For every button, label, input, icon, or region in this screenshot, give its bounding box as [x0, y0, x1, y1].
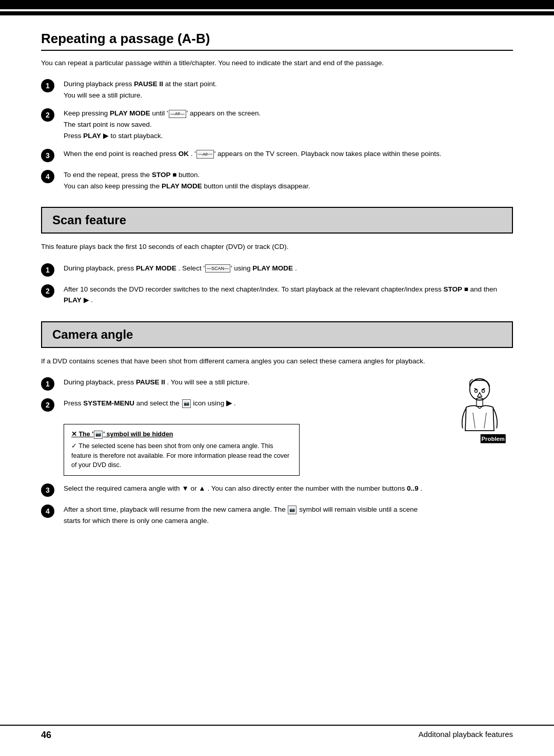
repeating-step-3: 3 When the end point is reached press OK… [41, 148, 513, 162]
black-rule [0, 11, 554, 15]
stop-icon-1 [172, 171, 176, 179]
camera-step-2: 2 Press SYSTEM-MENU and select the 📷 ico… [41, 398, 436, 412]
camera-step-1: 1 During playback, press PAUSE II . You … [41, 377, 436, 391]
svg-point-3 [474, 390, 477, 392]
camera-section: Camera angle If a DVD contains scenes th… [41, 321, 513, 538]
step-text-1: During playback press PAUSE II at the st… [64, 79, 513, 101]
footer: 46 Additonal playback features [0, 725, 554, 741]
scan-step-2: 2 After 10 seconds the DVD recorder swit… [41, 284, 513, 306]
camera-step-3: 3 Select the required camera angle with … [41, 483, 436, 497]
repeating-title: Repeating a passage (A-B) [41, 31, 513, 51]
repeating-section: Repeating a passage (A-B) You can repeat… [41, 31, 513, 191]
repeating-step-1: 1 During playback press PAUSE II at the … [41, 79, 513, 101]
camera-step-text-1: During playback, press PAUSE II . You wi… [64, 377, 436, 388]
camera-steps-list: 1 During playback, press PAUSE II . You … [41, 377, 436, 412]
svg-text:Problem: Problem [482, 436, 505, 442]
step-text-2: Keep pressing PLAY MODE until '—AB—' app… [64, 108, 513, 141]
repeating-step-4: 4 To end the repeat, press the STOP butt… [41, 169, 513, 191]
repeating-step-2: 2 Keep pressing PLAY MODE until '—AB—' a… [41, 108, 513, 141]
top-bar [0, 0, 554, 9]
step-text-4: To end the repeat, press the STOP button… [64, 169, 513, 191]
camera-step-number-4: 4 [41, 505, 54, 518]
scan-step-number-2: 2 [41, 284, 54, 298]
notice-box: The '📷' symbol will be hidden The select… [64, 424, 300, 476]
ab-symbol-1: —AB— [169, 110, 186, 118]
svg-point-4 [482, 390, 484, 392]
camera-icon-1: 📷 [182, 399, 191, 408]
stop-icon-2 [464, 285, 468, 293]
scan-step-1: 1 During playback, press PLAY MODE . Sel… [41, 263, 513, 277]
scan-section: Scan feature This feature plays back the… [41, 207, 513, 305]
scan-step-text-2: After 10 seconds the DVD recorder switch… [64, 284, 513, 306]
notice-item: The selected scene has been shot from on… [71, 441, 292, 470]
svg-line-7 [484, 413, 486, 429]
camera-icon-notice: 📷 [94, 431, 103, 439]
step-number-4: 4 [41, 170, 54, 183]
camera-step-text-2: Press SYSTEM-MENU and select the 📷 icon … [64, 398, 436, 409]
step-number-3: 3 [41, 149, 54, 162]
scan-step-text-1: During playback, press PLAY MODE . Selec… [64, 263, 513, 274]
repeating-intro: You can repeat a particular passage with… [41, 58, 462, 68]
camera-title: Camera angle [41, 321, 513, 348]
svg-rect-5 [477, 400, 483, 406]
camera-angle-content: 1 During playback, press PAUSE II . You … [41, 377, 513, 538]
svg-line-6 [473, 413, 475, 429]
scan-symbol: —SCAN— [205, 264, 230, 273]
content-area: Repeating a passage (A-B) You can repeat… [0, 15, 554, 595]
footer-page-number: 46 [41, 730, 51, 741]
play-icon-1 [103, 132, 109, 140]
step-number-1: 1 [41, 79, 54, 92]
scan-steps-list: 1 During playback, press PLAY MODE . Sel… [41, 263, 513, 306]
camera-step-number-3: 3 [41, 483, 54, 497]
repeating-steps-list: 1 During playback press PAUSE II at the … [41, 79, 513, 191]
camera-step-text-3: Select the required camera angle with ▼ … [64, 483, 436, 494]
camera-step-4: 4 After a short time, playback will resu… [41, 504, 436, 526]
scan-title: Scan feature [41, 207, 513, 234]
camera-steps-list-2: 3 Select the required camera angle with … [41, 483, 436, 526]
camera-angle-text: 1 During playback, press PAUSE II . You … [41, 377, 436, 538]
camera-step-text-4: After a short time, playback will resume… [64, 504, 436, 526]
footer-section-label: Additonal playback features [419, 730, 513, 741]
notice-title: The '📷' symbol will be hidden [71, 430, 292, 439]
scan-intro: This feature plays back the first 10 sec… [41, 242, 462, 252]
step-text-3: When the end point is reached press OK .… [64, 148, 513, 160]
camera-step-number-1: 1 [41, 377, 54, 391]
ab-symbol-2: —AB— [196, 150, 214, 158]
scan-step-number-1: 1 [41, 263, 54, 277]
person-figure: Problem [449, 377, 510, 449]
camera-icon-2: 📷 [288, 506, 296, 514]
camera-intro: If a DVD contains scenes that have been … [41, 356, 462, 366]
figure-area: Problem [446, 377, 513, 538]
play-icon-2 [84, 296, 89, 304]
camera-step-number-2: 2 [41, 398, 54, 412]
step-number-2: 2 [41, 108, 54, 122]
